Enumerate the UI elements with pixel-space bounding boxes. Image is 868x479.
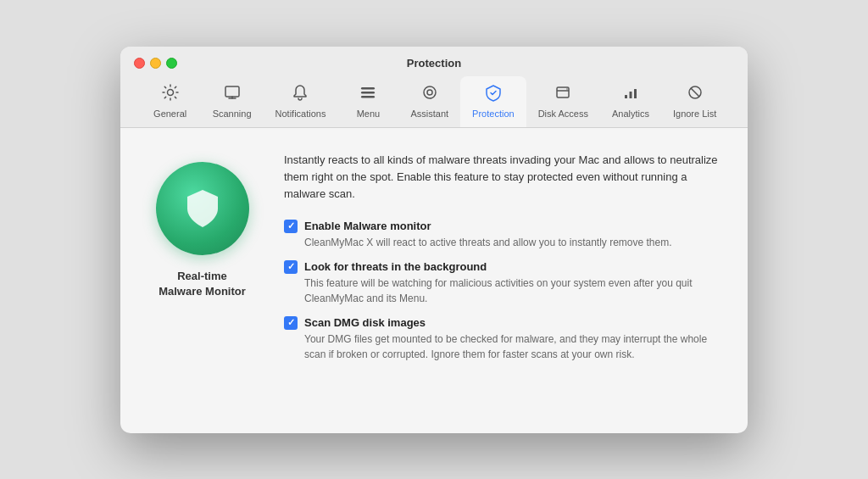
option-look-for-threats: ✓Look for threats in the backgroundThis … <box>284 260 721 306</box>
toolbar-label-assistant: Assistant <box>410 109 448 119</box>
svg-rect-11 <box>634 89 637 98</box>
content-area: Real-timeMalware Monitor Instantly react… <box>120 128 748 433</box>
toolbar-label-menu: Menu <box>357 109 381 119</box>
assistant-icon <box>420 83 439 105</box>
option-desc-look-for-threats: This feature will be watching for malici… <box>304 276 721 306</box>
option-header-look-for-threats: ✓Look for threats in the background <box>284 260 721 274</box>
toolbar-item-assistant[interactable]: Assistant <box>398 76 460 127</box>
titlebar-top: Protection <box>134 57 734 70</box>
sidebar-label: Real-timeMalware Monitor <box>159 269 246 299</box>
toolbar-label-protection: Protection <box>472 109 515 119</box>
main-window: Protection GeneralScanningNotificationsM… <box>120 47 748 433</box>
svg-rect-4 <box>361 96 375 98</box>
option-header-enable-malware-monitor: ✓Enable Malware monitor <box>284 220 721 233</box>
svg-rect-9 <box>625 95 627 98</box>
option-header-scan-dmg: ✓Scan DMG disk images <box>284 316 721 330</box>
svg-rect-2 <box>361 87 375 90</box>
option-title-look-for-threats: Look for threats in the background <box>304 260 487 273</box>
checkbox-scan-dmg[interactable]: ✓ <box>284 316 298 330</box>
analytics-icon <box>621 83 640 105</box>
scanning-icon <box>223 83 242 105</box>
svg-point-6 <box>427 90 432 95</box>
option-title-scan-dmg: Scan DMG disk images <box>304 316 426 329</box>
minimize-button[interactable] <box>150 58 161 69</box>
content-description: Instantly reacts to all kinds of malware… <box>284 152 721 203</box>
ignore-list-icon <box>686 83 704 105</box>
sidebar: Real-timeMalware Monitor <box>141 152 264 409</box>
shield-circle <box>156 162 249 255</box>
toolbar-item-protection[interactable]: Protection <box>460 76 526 127</box>
options-group: ✓Enable Malware monitorCleanMyMac X will… <box>284 220 721 362</box>
svg-point-5 <box>424 86 436 98</box>
toolbar-label-analytics: Analytics <box>612 109 649 119</box>
toolbar-label-notifications: Notifications <box>275 109 326 119</box>
protection-icon <box>484 83 503 105</box>
toolbar-item-disk-access[interactable]: Disk Access <box>526 76 600 127</box>
menu-icon <box>359 83 377 105</box>
notifications-icon <box>291 83 309 105</box>
svg-point-8 <box>566 88 568 90</box>
toolbar-label-scanning: Scanning <box>213 109 252 119</box>
toolbar-item-ignore-list[interactable]: Ignore List <box>661 76 728 127</box>
svg-rect-10 <box>629 92 632 98</box>
svg-rect-1 <box>225 86 239 97</box>
option-title-enable-malware-monitor: Enable Malware monitor <box>304 220 431 232</box>
disk-access-icon <box>554 83 572 105</box>
option-scan-dmg: ✓Scan DMG disk imagesYour DMG files get … <box>284 316 721 362</box>
checkbox-look-for-threats[interactable]: ✓ <box>284 260 298 274</box>
option-desc-scan-dmg: Your DMG files get mounted to be checked… <box>304 331 721 362</box>
checkbox-enable-malware-monitor[interactable]: ✓ <box>284 220 298 233</box>
shield-icon <box>179 185 226 232</box>
traffic-lights <box>134 58 177 69</box>
toolbar-label-ignore-list: Ignore List <box>673 109 716 119</box>
toolbar: GeneralScanningNotificationsMenuAssistan… <box>134 76 734 127</box>
svg-rect-3 <box>361 92 375 94</box>
toolbar-item-analytics[interactable]: Analytics <box>600 76 661 127</box>
close-button[interactable] <box>134 58 145 69</box>
toolbar-item-notifications[interactable]: Notifications <box>264 76 338 127</box>
option-desc-enable-malware-monitor: CleanMyMac X will react to active threat… <box>304 235 721 250</box>
titlebar: Protection GeneralScanningNotificationsM… <box>120 47 748 128</box>
toolbar-item-general[interactable]: General <box>140 76 201 127</box>
option-enable-malware-monitor: ✓Enable Malware monitorCleanMyMac X will… <box>284 220 721 250</box>
toolbar-item-menu[interactable]: Menu <box>337 76 398 127</box>
window-title: Protection <box>134 57 734 70</box>
toolbar-label-general: General <box>153 109 186 119</box>
main-content: Instantly reacts to all kinds of malware… <box>284 152 721 409</box>
maximize-button[interactable] <box>166 58 177 69</box>
toolbar-label-disk-access: Disk Access <box>538 109 588 119</box>
general-icon <box>161 83 180 105</box>
toolbar-item-scanning[interactable]: Scanning <box>201 76 264 127</box>
svg-point-0 <box>167 89 173 95</box>
